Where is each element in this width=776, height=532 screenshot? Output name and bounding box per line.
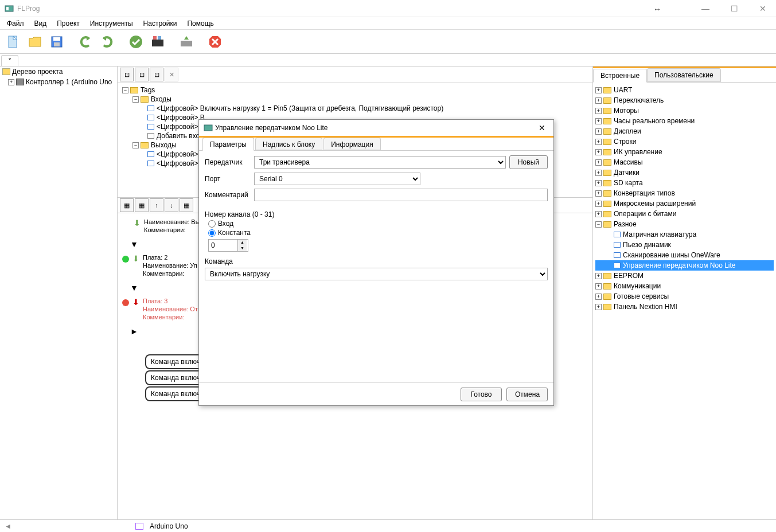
ok-button[interactable]: Готово xyxy=(461,388,502,401)
library-item[interactable]: +SD карта xyxy=(595,178,774,188)
library-item[interactable]: +Операции с битами xyxy=(595,209,774,219)
canvas-btn-down[interactable]: ↓ xyxy=(165,198,178,212)
expand-icon[interactable] xyxy=(606,252,612,259)
port-select[interactable]: Serial 0 xyxy=(254,173,420,185)
library-item[interactable]: Сканирование шины OneWare xyxy=(595,250,774,260)
panel-close-btn[interactable]: ✕ xyxy=(165,68,178,81)
menu-file[interactable]: Файл xyxy=(2,18,29,29)
tab-user[interactable]: Пользовательские xyxy=(647,68,721,82)
library-item[interactable]: Управление передатчиком Noo Lite xyxy=(595,260,774,271)
tab-builtin[interactable]: Встроенные xyxy=(593,69,647,83)
expand-icon[interactable]: + xyxy=(595,87,602,93)
radio-const-row[interactable]: Константа xyxy=(208,229,548,237)
library-item[interactable]: +EEPROM xyxy=(595,271,774,281)
expand-icon[interactable]: + xyxy=(8,79,14,85)
expand-icon[interactable]: + xyxy=(595,159,602,166)
stop-button[interactable] xyxy=(205,32,225,52)
panel-btn-1[interactable]: ⊡ xyxy=(120,68,134,81)
panel-btn-2[interactable]: ⊡ xyxy=(135,68,149,81)
check-button[interactable] xyxy=(126,32,146,52)
expand-icon[interactable]: + xyxy=(595,201,602,207)
library-item[interactable]: Матричная клавиатура xyxy=(595,229,774,240)
channel-spinner[interactable]: ▲ ▼ xyxy=(208,239,248,252)
expand-icon[interactable]: + xyxy=(595,211,602,217)
expand-icon[interactable]: + xyxy=(595,170,602,176)
tab-parameters[interactable]: Параметры xyxy=(202,138,254,151)
collapse-icon[interactable]: − xyxy=(132,96,139,103)
expand-icon[interactable]: + xyxy=(595,108,602,114)
menu-tools[interactable]: Инструменты xyxy=(85,18,138,29)
tags-root[interactable]: − Tags xyxy=(122,85,588,95)
inputs-node[interactable]: − Входы xyxy=(122,95,588,104)
new-file-button[interactable] xyxy=(3,32,23,52)
menu-settings[interactable]: Настройки xyxy=(139,18,182,29)
maximize-button[interactable]: ☐ xyxy=(726,4,743,13)
expand-icon[interactable]: + xyxy=(595,294,602,300)
expand-icon[interactable]: + xyxy=(595,139,602,145)
command-select[interactable]: Включить нагрузку xyxy=(205,268,548,280)
library-item[interactable]: +Готовые сервисы xyxy=(595,291,774,302)
open-file-button[interactable] xyxy=(25,32,45,52)
expand-icon[interactable]: + xyxy=(595,97,602,104)
library-item[interactable]: +Моторы xyxy=(595,105,774,116)
collapse-icon[interactable]: − xyxy=(132,142,139,148)
library-item[interactable]: +Панель Nextion HMI xyxy=(595,302,774,312)
radio-const[interactable] xyxy=(208,229,216,237)
expand-icon[interactable]: + xyxy=(595,180,602,186)
minimize-button[interactable]: — xyxy=(697,4,714,13)
redo-button[interactable] xyxy=(98,32,117,52)
compile-button[interactable] xyxy=(148,32,167,52)
collapse-icon[interactable]: − xyxy=(122,87,128,93)
transmitter-select[interactable]: Три трансивера xyxy=(254,156,506,169)
menu-help[interactable]: Помощь xyxy=(182,18,218,29)
comment-input[interactable] xyxy=(254,189,548,201)
library-item[interactable]: +UART xyxy=(595,85,774,95)
panel-btn-3[interactable]: ⊡ xyxy=(150,68,163,81)
project-tree-root[interactable]: Дерево проекта xyxy=(0,66,117,77)
expand-icon[interactable]: + xyxy=(595,128,602,135)
undo-button[interactable] xyxy=(76,32,95,52)
library-item[interactable]: +ИК управление xyxy=(595,147,774,157)
library-item[interactable]: +Массивы xyxy=(595,157,774,167)
expand-icon[interactable]: + xyxy=(595,273,602,279)
tab-block-label[interactable]: Надпись к блоку xyxy=(255,138,322,150)
canvas-btn-5[interactable]: ▦ xyxy=(180,198,193,212)
library-item[interactable]: −Разное xyxy=(595,219,774,229)
expand-icon[interactable]: − xyxy=(595,221,602,228)
expand-icon[interactable] xyxy=(606,242,612,248)
library-item[interactable]: +Часы реального времени xyxy=(595,116,774,126)
expand-icon[interactable]: + xyxy=(595,283,602,290)
menu-view[interactable]: Вид xyxy=(30,18,52,29)
cancel-button[interactable]: Отмена xyxy=(506,388,548,401)
expand-icon[interactable]: + xyxy=(595,149,602,155)
new-transmitter-button[interactable]: Новый xyxy=(509,155,548,169)
input-row[interactable]: <Цифровой> Включить нагрузку 1 = Pin5 (З… xyxy=(122,104,588,113)
channel-value-input[interactable] xyxy=(209,240,237,251)
library-item[interactable]: +Переключатель xyxy=(595,95,774,105)
save-button[interactable] xyxy=(47,32,67,52)
dialog-close-button[interactable]: ✕ xyxy=(535,123,549,132)
document-tab[interactable]: * xyxy=(1,55,18,66)
spinner-up[interactable]: ▲ xyxy=(238,240,247,245)
radio-input[interactable] xyxy=(208,220,216,228)
tab-info[interactable]: Информация xyxy=(323,138,380,150)
radio-input-row[interactable]: Вход xyxy=(208,220,548,228)
library-item[interactable]: +Микросхемы расширений xyxy=(595,198,774,209)
library-item[interactable]: +Строки xyxy=(595,136,774,147)
upload-button[interactable] xyxy=(177,32,196,52)
canvas-btn-1[interactable]: ▦ xyxy=(120,198,134,212)
library-item[interactable]: +Конвертация типов xyxy=(595,188,774,198)
close-button[interactable]: ✕ xyxy=(754,4,771,13)
expand-icon[interactable]: + xyxy=(595,118,602,124)
library-item[interactable]: +Дисплеи xyxy=(595,126,774,136)
library-item[interactable]: +Коммуникации xyxy=(595,281,774,291)
spinner-down[interactable]: ▼ xyxy=(238,245,247,251)
expand-icon[interactable]: + xyxy=(595,190,602,197)
canvas-btn-up[interactable]: ↑ xyxy=(150,198,163,212)
project-tree-controller[interactable]: + Контроллер 1 (Arduino Uno xyxy=(0,77,117,87)
expand-icon[interactable] xyxy=(606,232,612,238)
expand-icon[interactable] xyxy=(606,263,612,269)
library-item[interactable]: +Датчики xyxy=(595,167,774,178)
expand-icon[interactable]: + xyxy=(595,304,602,310)
library-item[interactable]: Пьезо динамик xyxy=(595,240,774,250)
